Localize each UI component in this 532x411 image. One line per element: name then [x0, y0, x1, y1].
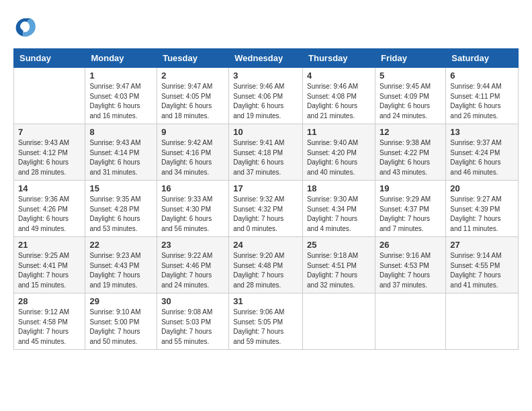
calendar-cell: 17Sunrise: 9:32 AMSunset: 4:32 PMDayligh…: [229, 181, 303, 237]
calendar-cell: 6Sunrise: 9:44 AMSunset: 4:11 PMDaylight…: [446, 68, 519, 124]
calendar-cell: 3Sunrise: 9:46 AMSunset: 4:06 PMDaylight…: [229, 68, 303, 124]
calendar-cell: 19Sunrise: 9:29 AMSunset: 4:37 PMDayligh…: [375, 181, 445, 237]
calendar-cell: 15Sunrise: 9:35 AMSunset: 4:28 PMDayligh…: [85, 181, 157, 237]
day-number: 22: [89, 240, 152, 250]
day-info: Sunrise: 9:25 AMSunset: 4:41 PMDaylight:…: [18, 251, 81, 290]
day-number: 20: [450, 183, 514, 193]
day-number: 12: [380, 127, 441, 137]
day-info: Sunrise: 9:10 AMSunset: 5:00 PMDaylight:…: [89, 308, 152, 347]
day-info: Sunrise: 9:46 AMSunset: 4:06 PMDaylight:…: [233, 82, 298, 121]
calendar-cell: 29Sunrise: 9:10 AMSunset: 5:00 PMDayligh…: [85, 293, 157, 350]
day-info: Sunrise: 9:43 AMSunset: 4:14 PMDaylight:…: [89, 138, 152, 177]
calendar-cell: 8Sunrise: 9:43 AMSunset: 4:14 PMDaylight…: [85, 124, 157, 181]
week-row-2: 7Sunrise: 9:43 AMSunset: 4:12 PMDaylight…: [14, 124, 519, 181]
calendar-cell: 31Sunrise: 9:06 AMSunset: 5:05 PMDayligh…: [229, 293, 303, 350]
day-number: 2: [161, 71, 224, 81]
calendar-cell: 4Sunrise: 9:46 AMSunset: 4:08 PMDaylight…: [303, 68, 375, 124]
day-number: 11: [307, 127, 371, 137]
day-number: 17: [233, 183, 298, 193]
week-row-3: 14Sunrise: 9:36 AMSunset: 4:26 PMDayligh…: [14, 181, 519, 237]
day-number: 13: [450, 127, 514, 137]
calendar-cell: 13Sunrise: 9:37 AMSunset: 4:24 PMDayligh…: [446, 124, 519, 181]
calendar-cell: 12Sunrise: 9:38 AMSunset: 4:22 PMDayligh…: [375, 124, 445, 181]
weekday-header-wednesday: Wednesday: [229, 49, 303, 68]
week-row-5: 28Sunrise: 9:12 AMSunset: 4:58 PMDayligh…: [14, 293, 519, 350]
weekday-header-saturday: Saturday: [446, 49, 519, 68]
calendar-cell: 28Sunrise: 9:12 AMSunset: 4:58 PMDayligh…: [14, 293, 85, 350]
day-number: 9: [161, 127, 224, 137]
calendar-cell: 25Sunrise: 9:18 AMSunset: 4:51 PMDayligh…: [303, 237, 375, 293]
day-info: Sunrise: 9:14 AMSunset: 4:55 PMDaylight:…: [450, 251, 514, 290]
calendar-cell: 20Sunrise: 9:27 AMSunset: 4:39 PMDayligh…: [446, 181, 519, 237]
logo-icon: [13, 13, 38, 38]
calendar-cell: [375, 293, 445, 350]
day-info: Sunrise: 9:16 AMSunset: 4:53 PMDaylight:…: [380, 251, 441, 290]
calendar-cell: 11Sunrise: 9:40 AMSunset: 4:20 PMDayligh…: [303, 124, 375, 181]
calendar-cell: 18Sunrise: 9:30 AMSunset: 4:34 PMDayligh…: [303, 181, 375, 237]
day-number: 15: [89, 183, 152, 193]
day-info: Sunrise: 9:44 AMSunset: 4:11 PMDaylight:…: [450, 82, 514, 121]
day-info: Sunrise: 9:12 AMSunset: 4:58 PMDaylight:…: [18, 308, 81, 347]
day-number: 8: [89, 127, 152, 137]
calendar-cell: 1Sunrise: 9:47 AMSunset: 4:03 PMDaylight…: [85, 68, 157, 124]
calendar-cell: 16Sunrise: 9:33 AMSunset: 4:30 PMDayligh…: [157, 181, 229, 237]
logo: [13, 13, 42, 38]
weekday-header-thursday: Thursday: [303, 49, 375, 68]
week-row-4: 21Sunrise: 9:25 AMSunset: 4:41 PMDayligh…: [14, 237, 519, 293]
day-number: 28: [18, 296, 81, 306]
day-info: Sunrise: 9:23 AMSunset: 4:43 PMDaylight:…: [89, 251, 152, 290]
day-info: Sunrise: 9:36 AMSunset: 4:26 PMDaylight:…: [18, 195, 81, 234]
day-number: 31: [233, 296, 298, 306]
day-number: 7: [18, 127, 81, 137]
calendar: SundayMondayTuesdayWednesdayThursdayFrid…: [13, 48, 519, 350]
day-number: 26: [380, 240, 441, 250]
calendar-cell: 30Sunrise: 9:08 AMSunset: 5:03 PMDayligh…: [157, 293, 229, 350]
day-info: Sunrise: 9:30 AMSunset: 4:34 PMDaylight:…: [307, 195, 371, 234]
weekday-header-monday: Monday: [85, 49, 157, 68]
calendar-cell: 2Sunrise: 9:47 AMSunset: 4:05 PMDaylight…: [157, 68, 229, 124]
day-info: Sunrise: 9:45 AMSunset: 4:09 PMDaylight:…: [380, 82, 441, 121]
calendar-cell: 26Sunrise: 9:16 AMSunset: 4:53 PMDayligh…: [375, 237, 445, 293]
weekday-header-row: SundayMondayTuesdayWednesdayThursdayFrid…: [14, 49, 519, 68]
calendar-cell: 21Sunrise: 9:25 AMSunset: 4:41 PMDayligh…: [14, 237, 85, 293]
weekday-header-friday: Friday: [375, 49, 445, 68]
calendar-cell: [303, 293, 375, 350]
calendar-cell: 14Sunrise: 9:36 AMSunset: 4:26 PMDayligh…: [14, 181, 85, 237]
day-info: Sunrise: 9:27 AMSunset: 4:39 PMDaylight:…: [450, 195, 514, 234]
day-info: Sunrise: 9:20 AMSunset: 4:48 PMDaylight:…: [233, 251, 298, 290]
day-info: Sunrise: 9:22 AMSunset: 4:46 PMDaylight:…: [161, 251, 224, 290]
day-number: 25: [307, 240, 371, 250]
calendar-cell: 5Sunrise: 9:45 AMSunset: 4:09 PMDaylight…: [375, 68, 445, 124]
calendar-cell: 22Sunrise: 9:23 AMSunset: 4:43 PMDayligh…: [85, 237, 157, 293]
calendar-cell: [446, 293, 519, 350]
calendar-cell: 23Sunrise: 9:22 AMSunset: 4:46 PMDayligh…: [157, 237, 229, 293]
day-number: 30: [161, 296, 224, 306]
day-info: Sunrise: 9:06 AMSunset: 5:05 PMDaylight:…: [233, 308, 298, 347]
calendar-cell: 10Sunrise: 9:41 AMSunset: 4:18 PMDayligh…: [229, 124, 303, 181]
weekday-header-tuesday: Tuesday: [157, 49, 229, 68]
day-number: 16: [161, 183, 224, 193]
day-number: 5: [380, 71, 441, 81]
day-number: 18: [307, 183, 371, 193]
day-info: Sunrise: 9:46 AMSunset: 4:08 PMDaylight:…: [307, 82, 371, 121]
day-number: 3: [233, 71, 298, 81]
day-info: Sunrise: 9:18 AMSunset: 4:51 PMDaylight:…: [307, 251, 371, 290]
day-number: 21: [18, 240, 81, 250]
day-info: Sunrise: 9:47 AMSunset: 4:03 PMDaylight:…: [89, 82, 152, 121]
weekday-header-sunday: Sunday: [14, 49, 85, 68]
day-number: 29: [89, 296, 152, 306]
day-info: Sunrise: 9:08 AMSunset: 5:03 PMDaylight:…: [161, 308, 224, 347]
day-info: Sunrise: 9:42 AMSunset: 4:16 PMDaylight:…: [161, 138, 224, 177]
day-number: 23: [161, 240, 224, 250]
day-number: 24: [233, 240, 298, 250]
day-info: Sunrise: 9:32 AMSunset: 4:32 PMDaylight:…: [233, 195, 298, 234]
day-number: 19: [380, 183, 441, 193]
day-number: 14: [18, 183, 81, 193]
week-row-1: 1Sunrise: 9:47 AMSunset: 4:03 PMDaylight…: [14, 68, 519, 124]
day-info: Sunrise: 9:43 AMSunset: 4:12 PMDaylight:…: [18, 138, 81, 177]
day-info: Sunrise: 9:41 AMSunset: 4:18 PMDaylight:…: [233, 138, 298, 177]
calendar-cell: 27Sunrise: 9:14 AMSunset: 4:55 PMDayligh…: [446, 237, 519, 293]
day-number: 1: [89, 71, 152, 81]
calendar-cell: 7Sunrise: 9:43 AMSunset: 4:12 PMDaylight…: [14, 124, 85, 181]
page-header: [13, 13, 519, 38]
